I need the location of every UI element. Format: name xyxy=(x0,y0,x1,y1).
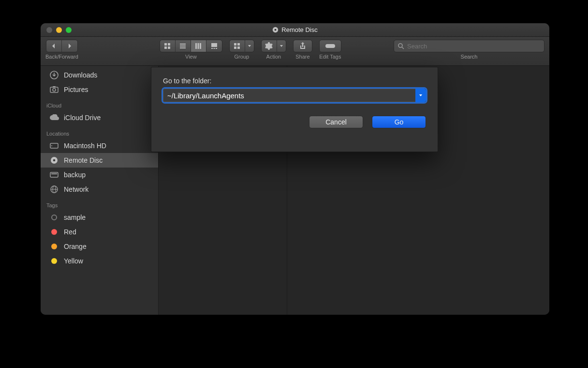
toolbar: Back/Forward View Group Actio xyxy=(41,37,549,66)
sidebar-tag-yellow[interactable]: Yellow xyxy=(41,254,158,268)
sidebar-section-tags: Tags xyxy=(41,197,158,210)
cloud-icon xyxy=(49,113,59,123)
tag-dot-icon xyxy=(49,242,59,251)
sidebar-item-label: backup xyxy=(64,171,86,179)
svg-rect-13 xyxy=(211,48,213,49)
svg-rect-17 xyxy=(237,43,240,46)
svg-rect-12 xyxy=(211,43,217,47)
svg-rect-4 xyxy=(164,46,167,49)
svg-point-25 xyxy=(53,89,56,92)
svg-point-21 xyxy=(398,44,402,47)
share-label: Share xyxy=(295,54,309,60)
minimize-window-button[interactable] xyxy=(56,27,62,33)
hdd-icon xyxy=(49,141,59,151)
svg-rect-7 xyxy=(180,46,186,46)
camera-icon xyxy=(49,85,59,94)
svg-point-0 xyxy=(273,27,278,32)
sidebar-item-remote-disc[interactable]: Remote Disc xyxy=(41,153,158,168)
path-history-dropdown[interactable] xyxy=(415,89,426,102)
svg-rect-24 xyxy=(50,87,58,92)
share-button[interactable] xyxy=(293,40,312,52)
list-view-button[interactable] xyxy=(176,40,191,52)
svg-rect-5 xyxy=(168,46,170,49)
back-forward-label: Back/Forward xyxy=(45,54,78,60)
sidebar-item-label: Orange xyxy=(64,243,87,250)
svg-rect-6 xyxy=(180,44,186,45)
folder-path-input[interactable] xyxy=(163,89,415,102)
disc-icon xyxy=(49,155,59,165)
sidebar-item-label: sample xyxy=(64,214,86,221)
svg-point-1 xyxy=(275,29,277,31)
svg-rect-15 xyxy=(216,48,217,49)
sidebar-item-label: Red xyxy=(64,228,76,236)
svg-point-30 xyxy=(53,159,56,162)
sidebar-item-backup[interactable]: backup xyxy=(41,168,158,182)
tag-dot-icon xyxy=(49,213,59,222)
sidebar: Downloads Pictures iCloud iCloud Drive L… xyxy=(41,66,159,315)
svg-rect-8 xyxy=(180,47,186,48)
finder-window: Remote Disc Back/Forward View xyxy=(41,23,549,315)
view-segment xyxy=(160,40,222,52)
svg-rect-11 xyxy=(200,43,201,49)
drive-icon xyxy=(49,170,59,180)
search-label: Search xyxy=(461,54,478,60)
sidebar-section-locations: Locations xyxy=(41,125,158,138)
sidebar-item-label: Remote Disc xyxy=(64,156,103,164)
cancel-button[interactable]: Cancel xyxy=(309,116,363,128)
svg-rect-18 xyxy=(234,46,236,49)
svg-rect-10 xyxy=(198,43,199,49)
zoom-window-button[interactable] xyxy=(66,27,72,33)
go-to-folder-dialog: Go to the folder: Cancel Go xyxy=(151,67,438,152)
svg-rect-26 xyxy=(53,86,56,88)
sidebar-item-label: Network xyxy=(64,185,88,193)
icon-view-button[interactable] xyxy=(160,40,176,52)
globe-icon xyxy=(49,184,59,194)
window-title: Remote Disc xyxy=(281,26,317,33)
close-window-button[interactable] xyxy=(46,27,52,33)
group-label: Group xyxy=(235,54,250,60)
sidebar-item-label: Pictures xyxy=(64,86,88,93)
back-forward-segment xyxy=(46,40,78,52)
search-icon xyxy=(398,43,404,49)
sidebar-tag-red[interactable]: Red xyxy=(41,225,158,239)
svg-line-22 xyxy=(402,47,404,49)
sidebar-tag-sample[interactable]: sample xyxy=(41,210,158,225)
svg-point-28 xyxy=(51,145,52,146)
group-button[interactable] xyxy=(229,40,254,52)
column-view-button[interactable] xyxy=(191,40,206,52)
sidebar-item-pictures[interactable]: Pictures xyxy=(41,82,158,97)
edit-tags-button[interactable] xyxy=(319,40,341,52)
sidebar-item-label: Macintosh HD xyxy=(64,142,106,150)
sidebar-item-downloads[interactable]: Downloads xyxy=(41,68,158,82)
svg-rect-14 xyxy=(213,48,215,49)
sidebar-item-label: Yellow xyxy=(64,257,83,265)
edit-tags-label: Edit Tags xyxy=(319,54,341,60)
sidebar-section-icloud: iCloud xyxy=(41,97,158,110)
action-button[interactable] xyxy=(261,40,286,52)
sidebar-item-label: Downloads xyxy=(64,71,97,79)
svg-rect-20 xyxy=(325,44,335,48)
svg-rect-31 xyxy=(50,172,58,177)
remote-disc-icon xyxy=(272,27,279,33)
dialog-prompt: Go to the folder: xyxy=(163,77,426,85)
action-label: Action xyxy=(266,54,281,60)
svg-rect-9 xyxy=(195,43,197,49)
search-field[interactable] xyxy=(394,40,544,52)
svg-rect-2 xyxy=(164,43,167,46)
sidebar-item-macintosh-hd[interactable]: Macintosh HD xyxy=(41,138,158,153)
window-controls xyxy=(46,27,72,33)
gallery-view-button[interactable] xyxy=(206,40,222,52)
svg-rect-3 xyxy=(168,43,170,46)
sidebar-item-network[interactable]: Network xyxy=(41,182,158,197)
tag-dot-icon xyxy=(49,227,59,237)
search-input[interactable] xyxy=(407,43,540,50)
sidebar-tag-orange[interactable]: Orange xyxy=(41,239,158,254)
sidebar-item-icloud-drive[interactable]: iCloud Drive xyxy=(41,110,158,125)
svg-rect-16 xyxy=(234,43,236,46)
titlebar: Remote Disc xyxy=(41,23,549,37)
svg-rect-19 xyxy=(237,46,240,49)
sidebar-item-label: iCloud Drive xyxy=(64,114,101,122)
go-button[interactable]: Go xyxy=(372,116,426,128)
forward-button[interactable] xyxy=(62,40,77,52)
back-button[interactable] xyxy=(46,40,62,52)
